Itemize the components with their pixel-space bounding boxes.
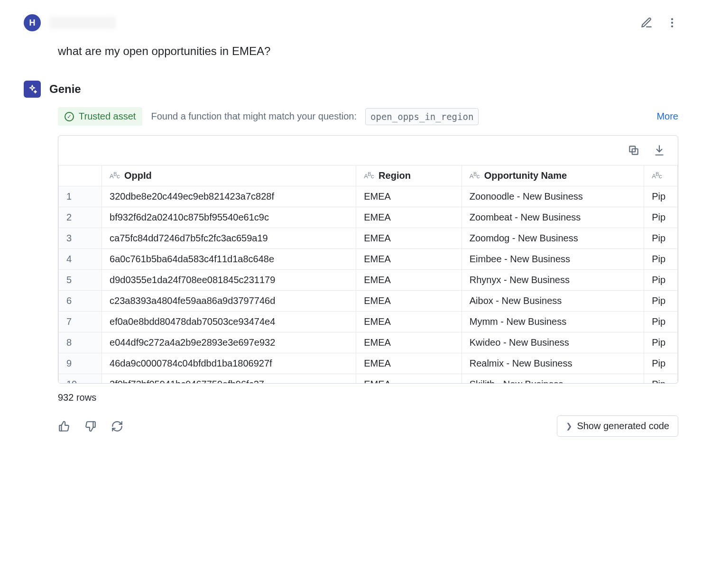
extra-cell: Pip (644, 374, 678, 384)
oppid-cell: d9d0355e1da24f708ee081845c231179 (102, 270, 356, 291)
string-type-icon: ABc (470, 171, 480, 180)
extra-cell: Pip (644, 270, 678, 291)
oppid-cell: c23a8393a4804fe59aa86a9d3797746d (102, 291, 356, 312)
region-cell: EMEA (356, 312, 462, 332)
string-type-icon: ABc (110, 171, 120, 180)
row-index-cell: 8 (59, 332, 102, 353)
user-message-header: H (24, 14, 678, 31)
extra-cell: Pip (644, 228, 678, 249)
extra-cell: Pip (644, 249, 678, 270)
svg-point-0 (671, 18, 673, 20)
thumbs-down-button[interactable] (84, 420, 97, 432)
show-generated-code-button[interactable]: ❯ Show generated code (557, 415, 678, 437)
thumbs-up-icon (58, 420, 70, 432)
extra-cell: Pip (644, 207, 678, 228)
row-index-cell: 6 (59, 291, 102, 312)
more-menu-button[interactable] (666, 17, 678, 29)
string-type-icon: ABc (364, 171, 374, 180)
opname-cell: Aibox - New Business (462, 291, 644, 312)
region-cell: EMEA (356, 353, 462, 374)
thumbs-down-icon (84, 420, 97, 432)
more-link[interactable]: More (656, 111, 678, 122)
region-cell: EMEA (356, 228, 462, 249)
region-cell: EMEA (356, 291, 462, 312)
row-index-cell: 1 (59, 186, 102, 207)
table-row[interactable]: 7ef0a0e8bdd80478dab70503ce93474e4EMEAMym… (59, 312, 678, 332)
oppid-cell: bf932f6d2a02410c875bf95540e61c9c (102, 207, 356, 228)
genie-avatar (24, 81, 41, 98)
svg-point-2 (671, 25, 673, 27)
trusted-asset-badge: ✓ Trusted asset (58, 107, 142, 126)
copy-button[interactable] (628, 144, 640, 156)
table-row[interactable]: 946da9c0000784c04bfdbd1ba1806927fEMEARea… (59, 353, 678, 374)
row-index-cell: 5 (59, 270, 102, 291)
table-row[interactable]: 3ca75fc84dd7246d7b5fc2fc3ac659a19EMEAZoo… (59, 228, 678, 249)
trusted-asset-label: Trusted asset (79, 111, 136, 122)
extra-cell: Pip (644, 291, 678, 312)
region-cell: EMEA (356, 186, 462, 207)
row-index-cell: 2 (59, 207, 102, 228)
oppid-cell: 320dbe8e20c449ec9eb821423a7c828f (102, 186, 356, 207)
table-row[interactable]: 103f0bf73bf05941bc9467759efb96fc27EMEASk… (59, 374, 678, 384)
extra-cell: Pip (644, 332, 678, 353)
row-count-label: 932 rows (58, 392, 96, 403)
column-header-region[interactable]: ABcRegion (356, 165, 462, 186)
function-chip[interactable]: open_opps_in_region (365, 108, 479, 125)
pencil-icon (640, 17, 653, 29)
oppid-cell: 3f0bf73bf05941bc9467759efb96fc27 (102, 374, 356, 384)
extra-cell: Pip (644, 312, 678, 332)
column-header-index[interactable] (59, 165, 102, 186)
opname-cell: Kwideo - New Business (462, 332, 644, 353)
column-header-extra[interactable]: ABc (644, 165, 678, 186)
region-cell: EMEA (356, 249, 462, 270)
opname-cell: Zoonoodle - New Business (462, 186, 644, 207)
row-index-cell: 3 (59, 228, 102, 249)
table-row[interactable]: 1320dbe8e20c449ec9eb821423a7c828fEMEAZoo… (59, 186, 678, 207)
region-cell: EMEA (356, 207, 462, 228)
string-type-icon: ABc (652, 171, 662, 180)
check-circle-icon: ✓ (65, 112, 74, 121)
oppid-cell: 46da9c0000784c04bfdbd1ba1806927f (102, 353, 356, 374)
column-header-oppid[interactable]: ABcOppId (102, 165, 356, 186)
table-header-row: ABcOppId ABcRegion ABcOpportunity Name A… (59, 165, 678, 186)
edit-button[interactable] (640, 17, 653, 29)
table-toolbar (58, 136, 678, 165)
dots-vertical-icon (666, 17, 678, 29)
row-index-cell: 4 (59, 249, 102, 270)
refresh-icon (111, 420, 123, 432)
thumbs-up-button[interactable] (58, 420, 70, 432)
opname-cell: Rhynyx - New Business (462, 270, 644, 291)
responder-name: Genie (49, 83, 81, 96)
chevron-right-icon: ❯ (566, 422, 572, 431)
region-cell: EMEA (356, 332, 462, 353)
oppid-cell: 6a0c761b5ba64da583c4f11d1a8c648e (102, 249, 356, 270)
download-button[interactable] (653, 144, 665, 156)
column-header-opname[interactable]: ABcOpportunity Name (462, 165, 644, 186)
opname-cell: Skilith - New Business (462, 374, 644, 384)
column-label: Opportunity Name (484, 170, 567, 181)
opname-cell: Eimbee - New Business (462, 249, 644, 270)
sparkle-icon (27, 84, 37, 94)
username-redacted (49, 17, 116, 29)
column-label: OppId (124, 170, 152, 181)
table-row[interactable]: 6c23a8393a4804fe59aa86a9d3797746dEMEAAib… (59, 291, 678, 312)
table-row[interactable]: 5d9d0355e1da24f708ee081845c231179EMEARhy… (59, 270, 678, 291)
results-table: ABcOppId ABcRegion ABcOpportunity Name A… (58, 165, 678, 383)
opname-cell: Mymm - New Business (462, 312, 644, 332)
column-label: Region (379, 170, 411, 181)
opname-cell: Zoombeat - New Business (462, 207, 644, 228)
show-code-label: Show generated code (577, 421, 669, 432)
regenerate-button[interactable] (111, 420, 123, 432)
table-row[interactable]: 8e044df9c272a4a2b9e2893e3e697e932EMEAKwi… (59, 332, 678, 353)
results-table-card: ABcOppId ABcRegion ABcOpportunity Name A… (58, 135, 678, 384)
user-question-text: what are my open opportunities in EMEA? (58, 45, 678, 58)
opname-cell: Realmix - New Business (462, 353, 644, 374)
table-row[interactable]: 2bf932f6d2a02410c875bf95540e61c9cEMEAZoo… (59, 207, 678, 228)
download-icon (653, 144, 665, 156)
region-cell: EMEA (356, 270, 462, 291)
trust-row: ✓ Trusted asset Found a function that mi… (58, 107, 678, 126)
oppid-cell: ef0a0e8bdd80478dab70503ce93474e4 (102, 312, 356, 332)
responder-header: Genie (24, 81, 678, 98)
table-row[interactable]: 46a0c761b5ba64da583c4f11d1a8c648eEMEAEim… (59, 249, 678, 270)
svg-point-1 (671, 22, 673, 24)
